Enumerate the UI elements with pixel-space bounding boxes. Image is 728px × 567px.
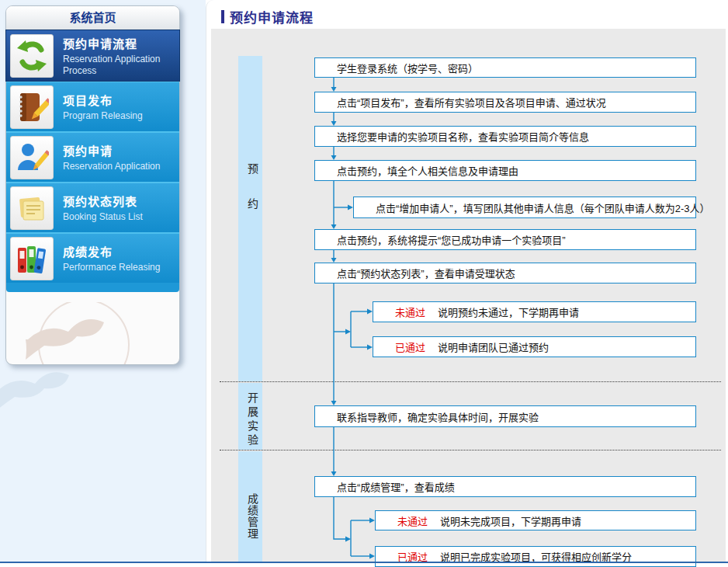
nav-item-title: 预约申请流程 — [63, 35, 173, 51]
flow-box-text: 点击预约，系统将提示“您已成功申请一个实验项目” — [337, 232, 566, 247]
nav-item-text: 预约申请流程 Reservation Application Process — [63, 35, 173, 76]
flow-box-login: 学生登录系统（按学号、密码） — [314, 57, 696, 78]
sidebar-item-program-releasing[interactable]: 项目发布 Program Releasing — [6, 81, 179, 131]
flow-box-click-reserve: 点击预约，填全个人相关信息及申请理由 — [314, 160, 696, 181]
sidebar-item-reservation-application[interactable]: 预约申请 Reservation Application — [6, 131, 179, 182]
status-badge: 未通过 — [395, 304, 425, 319]
page-title: 预约申请流程 — [230, 7, 314, 26]
sidebar-item-reservation-process[interactable]: 预约申请流程 Reservation Application Process — [6, 30, 179, 81]
flow-box-success-prompt: 点击预约，系统将提示“您已成功申请一个实验项目” — [314, 229, 696, 250]
nav-item-text: 成绩发布 Performance Releasing — [63, 243, 173, 273]
sticky-notes-icon — [10, 186, 54, 230]
section-divider — [220, 450, 721, 450]
page-root: 系统首页 预约申请流程 Reservation Application — [0, 0, 728, 567]
nav-item-text: 预约状态列表 Booking Status List — [63, 193, 173, 222]
nav-item-subtitle: Program Releasing — [63, 110, 173, 121]
flow-box-text: 点击预约，填全个人相关信息及申请理由 — [337, 163, 518, 178]
flow-box-text: 点击“成绩管理”，查看成绩 — [337, 479, 455, 494]
phase-label-reservation: 预约 — [244, 163, 260, 233]
flow-box-text: 点击“增加申请人”，填写团队其他申请人信息（每个团队申请人数为2-3人） — [376, 200, 709, 215]
flow-box-add-applicants: 点击“增加申请人”，填写团队其他申请人信息（每个团队申请人数为2-3人） — [353, 197, 696, 218]
watermark-bird-icon — [0, 364, 79, 426]
sidebar-nav: 预约申请流程 Reservation Application Process — [6, 30, 179, 292]
nav-item-subtitle: Booking Status List — [63, 211, 173, 222]
flow-box-text: 点击“预约状态列表”，查看申请受理状态 — [337, 266, 515, 280]
page-title-row: 预约申请流程 — [221, 7, 314, 26]
sidebar: 系统首页 预约申请流程 Reservation Application — [5, 5, 180, 365]
flow-box-score-management: 点击“成绩管理”，查看成绩 — [314, 476, 696, 497]
person-pencil-icon — [10, 136, 54, 179]
flow-box-passed: 已通过说明申请团队已通过预约 — [373, 336, 696, 357]
nav-item-title: 成绩发布 — [63, 243, 173, 259]
nav-item-title: 项目发布 — [63, 92, 173, 108]
sidebar-item-booking-status-list[interactable]: 预约状态列表 Booking Status List — [6, 182, 179, 232]
flow-box-status-list: 点击“预约状态列表”，查看申请受理状态 — [314, 263, 696, 284]
nav-item-text: 预约申请 Reservation Application — [63, 142, 173, 172]
binders-icon — [10, 237, 54, 280]
flow-box-text: 学生登录系统（按学号、密码） — [337, 61, 478, 75]
flow-box-not-passed: 未通过说明预约未通过，下学期再申请 — [373, 301, 696, 322]
flow-box-text: 说明申请团队已通过预约 — [438, 339, 549, 354]
status-badge: 已通过 — [395, 339, 425, 354]
recycle-icon — [10, 34, 54, 78]
title-accent-bar — [221, 10, 224, 23]
flow-box-select-project: 选择您要申请的实验项目名称，查看实验项目简介等信息 — [314, 126, 696, 147]
flow-box-program-releasing: 点击“项目发布”，查看所有实验项目及各项目申请、通过状况 — [314, 92, 696, 113]
sidebar-header: 系统首页 — [6, 6, 179, 30]
flow-box-contact-teacher: 联系指导教师，确定实验具体时间，开展实验 — [314, 405, 696, 427]
nav-item-subtitle: Reservation Application — [63, 161, 173, 172]
flow-box-text: 联系指导教师，确定实验具体时间，开展实验 — [337, 409, 539, 424]
nav-item-subtitle: Performance Releasing — [63, 262, 173, 273]
flow-box-score-passed: 已通过说明已完成实验项目，可获得相应创新学分 — [375, 546, 696, 567]
watermark-seal — [6, 302, 179, 364]
notebook-pencil-icon — [10, 85, 54, 129]
status-badge: 未通过 — [397, 513, 428, 528]
nav-item-subtitle: Reservation Application Process — [63, 54, 173, 76]
nav-item-text: 项目发布 Program Releasing — [63, 92, 173, 121]
phase-label-experiment: 开展实验 — [244, 392, 260, 448]
flow-box-score-not-passed: 未通过说明未完成项目，下学期再申请 — [375, 510, 696, 530]
flow-box-text: 选择您要申请的实验项目名称，查看实验项目简介等信息 — [337, 129, 589, 144]
flow-box-text: 说明未完成项目，下学期再申请 — [440, 513, 581, 528]
nav-item-title: 预约申请 — [63, 142, 173, 158]
phase-label-score: 成绩管理 — [244, 493, 260, 540]
window-bottom-bar — [0, 562, 728, 563]
nav-item-title: 预约状态列表 — [63, 193, 173, 209]
section-divider — [220, 381, 721, 382]
flow-box-text: 点击“项目发布”，查看所有实验项目及各项目申请、通过状况 — [337, 95, 606, 110]
flow-box-text: 说明预约未通过，下学期再申请 — [438, 304, 579, 319]
sidebar-item-performance-releasing[interactable]: 成绩发布 Performance Releasing — [6, 232, 179, 283]
